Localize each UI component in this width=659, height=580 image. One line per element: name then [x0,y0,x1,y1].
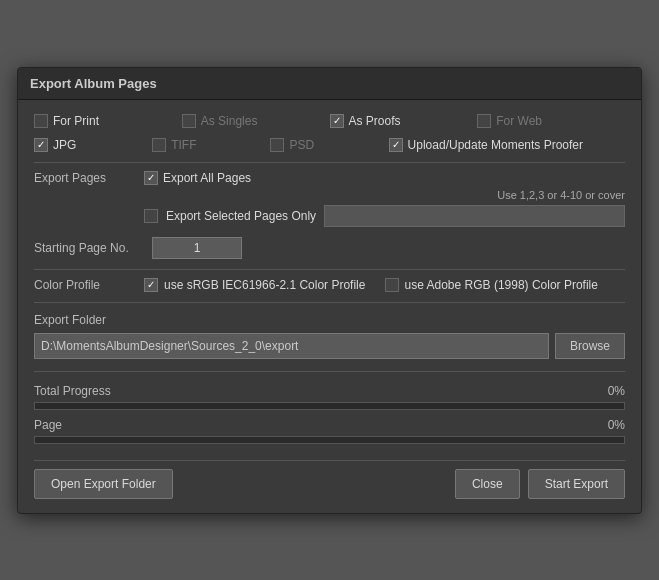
starting-page-label: Starting Page No. [34,241,144,255]
export-pages-content: Export All Pages Use 1,2,3 or 4-10 or co… [144,171,625,227]
psd-item: PSD [270,138,388,152]
export-pages-label: Export Pages [34,171,144,185]
start-export-button[interactable]: Start Export [528,469,625,499]
dialog-body: For Print As Singles As Proofs For Web J… [18,100,641,513]
as-singles-item: As Singles [182,114,330,128]
for-web-checkbox[interactable] [477,114,491,128]
adobe-rgb-label: use Adobe RGB (1998) Color Profile [405,278,598,292]
export-pages-row: Export Pages Export All Pages Use 1,2,3 … [34,171,625,227]
total-progress-bar-bg [34,402,625,410]
pages-input[interactable] [324,205,625,227]
progress-section: Total Progress 0% Page 0% [34,384,625,444]
total-progress-pct: 0% [608,384,625,398]
dialog-title: Export Album Pages [18,68,641,100]
export-all-row: Export All Pages [144,171,625,185]
starting-page-row: Starting Page No. [34,237,625,259]
srgb-checkbox[interactable] [144,278,158,292]
for-web-label: For Web [496,114,542,128]
browse-button[interactable]: Browse [555,333,625,359]
page-progress-label: Page [34,418,62,432]
as-singles-checkbox[interactable] [182,114,196,128]
export-selected-label: Export Selected Pages Only [166,209,316,223]
divider-2 [34,269,625,270]
upload-proofer-item: Upload/Update Moments Proofer [389,138,625,152]
btn-right-group: Close Start Export [455,469,625,499]
page-progress-row: Page 0% [34,418,625,432]
export-all-checkbox[interactable] [144,171,158,185]
jpg-item: JPG [34,138,152,152]
format-type-row: For Print As Singles As Proofs For Web [34,114,625,128]
export-selected-checkbox[interactable] [144,209,158,223]
psd-label: PSD [289,138,314,152]
tiff-checkbox[interactable] [152,138,166,152]
total-progress-row: Total Progress 0% [34,384,625,398]
color-profile-label: Color Profile [34,278,144,292]
page-progress-pct: 0% [608,418,625,432]
upload-proofer-label: Upload/Update Moments Proofer [408,138,583,152]
for-print-label: For Print [53,114,99,128]
upload-proofer-checkbox[interactable] [389,138,403,152]
folder-path-input[interactable] [34,333,549,359]
srgb-item: use sRGB IEC61966-2.1 Color Profile [144,278,385,292]
total-progress-label: Total Progress [34,384,111,398]
export-dialog: Export Album Pages For Print As Singles … [17,67,642,514]
adobe-rgb-checkbox[interactable] [385,278,399,292]
page-progress-bar-bg [34,436,625,444]
for-print-item: For Print [34,114,182,128]
jpg-label: JPG [53,138,76,152]
close-button[interactable]: Close [455,469,520,499]
tiff-item: TIFF [152,138,270,152]
as-proofs-label: As Proofs [349,114,401,128]
export-selected-row: Export Selected Pages Only [144,205,625,227]
divider-4 [34,371,625,372]
starting-page-input[interactable] [152,237,242,259]
as-proofs-checkbox[interactable] [330,114,344,128]
psd-checkbox[interactable] [270,138,284,152]
tiff-label: TIFF [171,138,196,152]
hint-text: Use 1,2,3 or 4-10 or cover [144,189,625,201]
for-print-checkbox[interactable] [34,114,48,128]
jpg-checkbox[interactable] [34,138,48,152]
export-folder-label: Export Folder [34,313,625,327]
as-singles-label: As Singles [201,114,258,128]
color-profile-row: Color Profile use sRGB IEC61966-2.1 Colo… [34,278,625,292]
button-row: Open Export Folder Close Start Export [34,460,625,499]
file-format-row: JPG TIFF PSD Upload/Update Moments Proof… [34,138,625,152]
srgb-label: use sRGB IEC61966-2.1 Color Profile [164,278,365,292]
open-export-folder-button[interactable]: Open Export Folder [34,469,173,499]
export-all-label: Export All Pages [163,171,251,185]
divider-1 [34,162,625,163]
as-proofs-item: As Proofs [330,114,478,128]
export-folder-section: Export Folder Browse [34,313,625,359]
for-web-item: For Web [477,114,625,128]
folder-row: Browse [34,333,625,359]
adobe-rgb-item: use Adobe RGB (1998) Color Profile [385,278,626,292]
divider-3 [34,302,625,303]
